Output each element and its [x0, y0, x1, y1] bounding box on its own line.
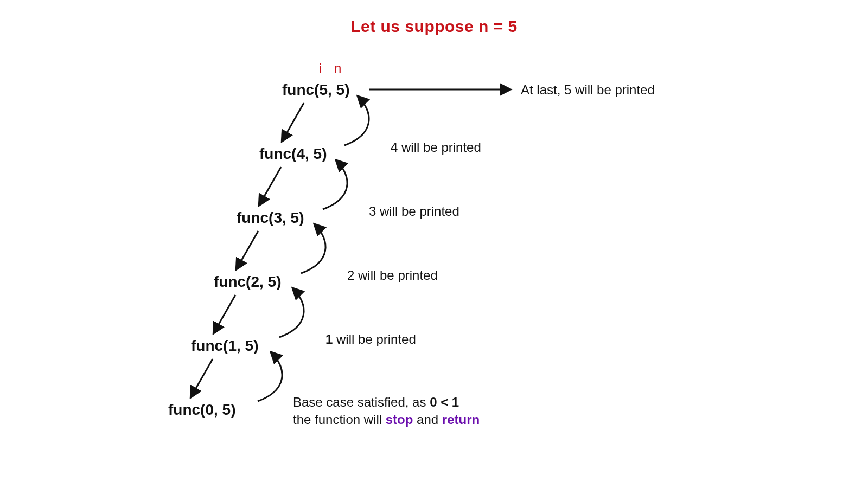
note-2-printed: 2 will be printed [347, 268, 438, 283]
param-labels: i n [315, 61, 346, 76]
arrow-return-4-5 [344, 97, 369, 145]
diagram-title: Let us suppose n = 5 [0, 17, 868, 36]
note-base-case: Base case satisfied, as 0 < 1 the functi… [293, 394, 480, 429]
call-func-1-5: func(1, 5) [191, 337, 258, 355]
note-4-printed: 4 will be printed [391, 140, 481, 155]
arrow-return-3-4 [323, 160, 347, 209]
arrow-down-4-3 [259, 167, 281, 205]
arrow-down-1-0 [191, 359, 213, 397]
note-at-last-5: At last, 5 will be printed [521, 82, 655, 98]
arrow-return-0-1 [258, 352, 282, 401]
arrow-down-3-2 [237, 231, 258, 269]
diagram-stage: Let us suppose n = 5 i n func(5, 5) func… [0, 0, 868, 488]
param-n-label: n [334, 61, 341, 76]
call-func-0-5: func(0, 5) [168, 401, 235, 419]
arrow-down-5-4 [282, 103, 304, 141]
call-func-3-5: func(3, 5) [237, 209, 304, 227]
note-1-rest: will be printed [333, 332, 416, 346]
base-line1a: Base case satisfied, as [293, 395, 430, 409]
call-func-2-5: func(2, 5) [214, 273, 281, 291]
note-3-printed: 3 will be printed [369, 204, 459, 219]
arrow-down-2-1 [214, 295, 235, 333]
base-return: return [442, 412, 480, 427]
call-func-5-5: func(5, 5) [282, 81, 349, 99]
call-func-4-5: func(4, 5) [259, 145, 327, 163]
param-i-label: i [319, 61, 322, 76]
base-stop: stop [386, 412, 413, 427]
base-line2a: the function will [293, 412, 386, 427]
base-line1b: 0 < 1 [430, 395, 459, 409]
arrow-return-1-2 [279, 288, 304, 337]
note-1-bold: 1 [326, 332, 333, 346]
note-1-printed: 1 will be printed [326, 332, 416, 347]
arrow-return-2-3 [301, 224, 326, 273]
base-and: and [413, 412, 442, 427]
